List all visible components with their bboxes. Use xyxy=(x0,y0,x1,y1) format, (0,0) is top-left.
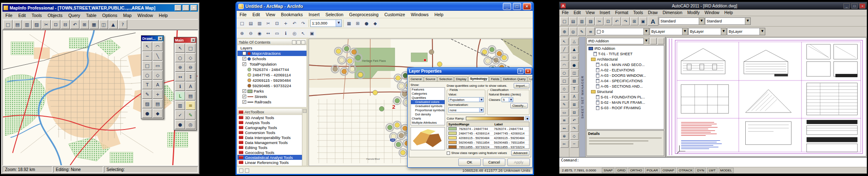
mapinfo-titlebar[interactable]: MapInfo Professional - [TOWN,STREET,WATE… xyxy=(2,4,198,12)
mapinfo-map[interactable]: Drawi... × ↖◠─╲□▭○◇TA✎+▨▤●◆ Main × ↖□○◇⊕… xyxy=(2,30,198,166)
palette-title-strip[interactable]: SHEET SET MANAGER xyxy=(579,37,586,157)
dialog-tab[interactable]: General xyxy=(409,76,423,81)
dialog-tab[interactable]: Definition Query xyxy=(501,76,527,81)
cancel-button[interactable]: Cancel xyxy=(483,159,505,166)
drawing-tool-button[interactable]: ○ xyxy=(142,71,152,80)
close-button[interactable]: × xyxy=(859,3,866,9)
column-header[interactable]: Symbol xyxy=(447,122,460,126)
toc-layer-row[interactable]: 42069115 - 59290484 xyxy=(237,78,307,83)
menu-item[interactable]: Edit xyxy=(250,11,263,18)
menu-item[interactable]: File xyxy=(2,12,15,19)
command-line[interactable]: Command: xyxy=(559,157,867,167)
draw-tool-button[interactable]: ✎ xyxy=(560,101,569,108)
main-tool-button[interactable]: ↖ xyxy=(175,44,185,53)
sheet-tree-item[interactable]: A-02 - ELEVATIONS xyxy=(587,67,664,73)
toolbar-button[interactable]: ▥ xyxy=(22,20,32,29)
class-color-swatch[interactable] xyxy=(448,136,457,139)
drawing-toolbar-icon[interactable] xyxy=(245,169,249,173)
layer-name[interactable]: Parks xyxy=(254,89,264,93)
menu-item[interactable]: Window xyxy=(134,12,156,19)
drawing-tool-button[interactable]: ╲ xyxy=(153,51,163,61)
maximize-button[interactable]: □ xyxy=(183,5,189,11)
toolbar-button[interactable]: ▦ xyxy=(89,20,99,29)
toolbar-button[interactable]: ▤ xyxy=(569,17,577,25)
main-tool-button[interactable]: L xyxy=(175,91,185,100)
toc-view-icon[interactable] xyxy=(297,40,301,44)
drawing-canvas[interactable] xyxy=(666,37,866,156)
tool-button[interactable]: ◎ xyxy=(290,29,299,37)
menu-item[interactable]: Insert xyxy=(597,10,613,15)
main-palette[interactable]: Main × ↖□○◇⊕⊖↔↕ℹAL▤▥≡✓✎●◎ xyxy=(174,37,197,130)
layer-name[interactable]: Railroads xyxy=(255,100,271,104)
close-icon[interactable]: × xyxy=(158,37,163,41)
chevron-down-icon[interactable]: ▼ xyxy=(336,20,341,27)
main-tool-button[interactable]: ● xyxy=(175,120,185,129)
modify-tool-button[interactable]: ─ xyxy=(570,140,579,148)
status-toggle[interactable]: GRID xyxy=(616,168,627,173)
editing-status[interactable]: Editing: None xyxy=(53,166,103,173)
main-tool-button[interactable]: A xyxy=(185,82,195,91)
status-toggle[interactable]: DYN xyxy=(695,168,706,173)
draw-tool-button[interactable]: + xyxy=(560,93,569,100)
toolbox-item[interactable]: 3D Analyst Tools xyxy=(237,115,307,120)
class-row[interactable]: 7626374 - 24847744 7626374 - 24847744 xyxy=(447,127,529,131)
toolbar-button[interactable]: ✎ xyxy=(578,27,586,36)
menu-item[interactable]: Help xyxy=(431,11,446,18)
lineweight-combo[interactable]: ByLayer▼ xyxy=(727,28,765,35)
draw-tool-button[interactable]: □ xyxy=(560,77,569,85)
selecting-status[interactable]: Selecting: xyxy=(104,166,198,173)
draw-tool-button[interactable]: ✂ xyxy=(560,140,569,148)
dialog-tab[interactable]: Symbology xyxy=(468,76,489,81)
draw-tool-button[interactable]: ↖ xyxy=(560,38,569,45)
modify-tool-button[interactable]: A xyxy=(570,93,579,100)
sheet-tree-item[interactable]: A-03 - DOORS WINDOW... xyxy=(587,73,664,78)
apply-button[interactable]: Apply xyxy=(507,159,530,166)
menu-item[interactable]: Insert xyxy=(306,11,322,18)
layer-name[interactable]: 24847745 - 42069114 xyxy=(252,73,291,77)
modify-tool-button[interactable]: ▭ xyxy=(570,54,579,61)
class-label[interactable]: 59290485 - 76511854 xyxy=(494,141,529,144)
minimize-button[interactable]: _ xyxy=(843,3,850,9)
tool-button[interactable]: ⊕ xyxy=(238,29,246,37)
main-tool-button[interactable]: ◎ xyxy=(185,120,195,129)
toolbar-button[interactable]: ⊡ xyxy=(604,17,612,25)
show-list-item[interactable]: Graduated symbols xyxy=(411,104,445,108)
toolbar-button[interactable]: □ xyxy=(3,20,12,29)
menu-item[interactable]: Table xyxy=(83,12,99,19)
toolbox-item[interactable]: Conversion Tools xyxy=(237,130,307,135)
toolbar-button[interactable]: ⊞ xyxy=(630,17,638,25)
menu-item[interactable]: Edit xyxy=(571,10,583,15)
layer-checkbox[interactable]: ✓ xyxy=(242,89,246,93)
arctoolbox-header[interactable]: ArcToolbox xyxy=(237,109,307,115)
draw-tool-button[interactable]: ▭ xyxy=(560,109,569,116)
status-toggle[interactable]: ORTHO xyxy=(628,168,644,173)
layer-combo[interactable]: 0▼ xyxy=(595,28,649,35)
draw-tool-button[interactable]: ⊕ xyxy=(560,132,569,140)
drawing-palette[interactable]: Drawi... × ↖◠─╲□▭○◇TA✎+▨▤●◆ xyxy=(141,35,164,119)
tool-button[interactable]: ℹ xyxy=(282,29,290,37)
menu-item[interactable]: Objects xyxy=(45,12,66,19)
scale-combo[interactable]: 1:10,000 ▼ xyxy=(310,20,342,27)
layer-name[interactable]: 42069115 - 59290484 xyxy=(252,78,291,83)
drawing-tool-button[interactable]: T xyxy=(142,80,152,89)
toolbar-button[interactable]: ≡ xyxy=(586,27,595,36)
menu-item[interactable]: Selection xyxy=(322,11,346,18)
status-toggle[interactable]: OTRACK xyxy=(677,168,694,173)
toolbar-button[interactable]: ▥ xyxy=(578,17,586,25)
toolbar-button[interactable]: ⊡ xyxy=(273,19,281,27)
sheet-tree-item[interactable]: A-01 - MAIN AND SECO... xyxy=(587,62,664,67)
layer-name[interactable]: MajorAttractions xyxy=(252,51,281,56)
tool-button[interactable]: ◉ xyxy=(255,29,264,37)
text-style-icon[interactable]: A xyxy=(648,17,658,26)
toolbar-button[interactable]: ✂ xyxy=(264,19,272,27)
dialog-tab[interactable]: Selection xyxy=(438,76,454,81)
toolbar-button[interactable]: ⊕ xyxy=(560,27,569,36)
main-tool-button[interactable]: □ xyxy=(185,44,195,53)
sheet-name[interactable]: IRD Addition xyxy=(594,46,615,51)
toolbar-button[interactable]: ▤ xyxy=(13,20,22,29)
layer-name[interactable]: Streets xyxy=(255,94,267,99)
main-tool-button[interactable]: ○ xyxy=(175,53,185,62)
drawing-tool-button[interactable]: ▨ xyxy=(142,99,152,108)
chevron-down-icon[interactable]: ▼ xyxy=(525,116,529,120)
modify-tool-button[interactable]: ↷ xyxy=(570,125,579,132)
